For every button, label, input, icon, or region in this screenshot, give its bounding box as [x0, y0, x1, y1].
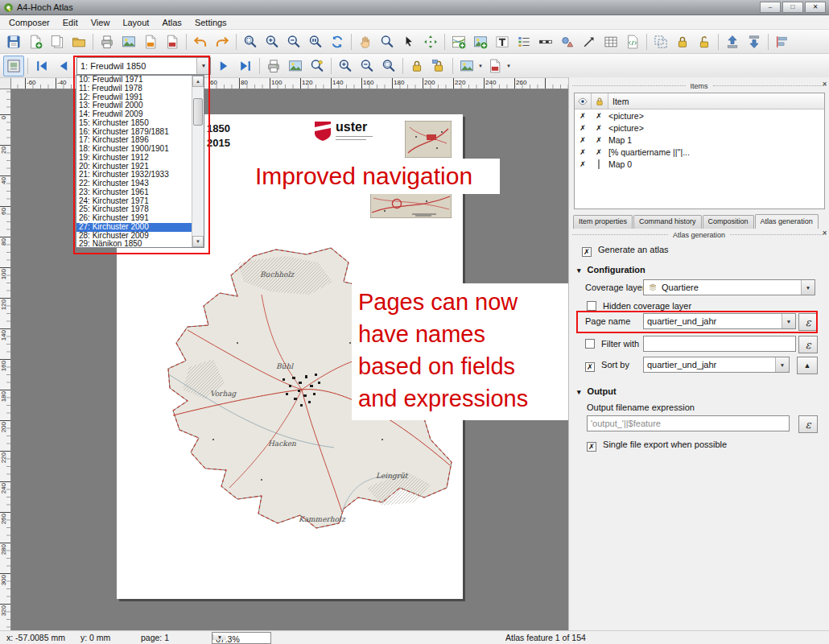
atlas-feature-option[interactable]: 13: Freudwil 2000 — [76, 101, 192, 110]
close-button[interactable]: ✕ — [805, 2, 826, 13]
visibility-checkbox[interactable]: ✗ — [575, 136, 591, 144]
single-file-checkbox[interactable]: ✗ — [587, 442, 596, 452]
add-map-button[interactable] — [448, 31, 469, 52]
empty-checkbox[interactable] — [598, 159, 600, 169]
add-attribute-table-button[interactable] — [600, 31, 621, 52]
atlas-feature-option[interactable]: 29: Nänikon 1850 — [76, 240, 192, 247]
atlas-feature-dropdown[interactable]: 10: Freudwil 1971 11: Freudwil 1978 12: … — [76, 75, 204, 248]
generate-atlas-checkbox[interactable]: ✗ — [582, 247, 592, 257]
generate-atlas-row[interactable]: ✗ Generate an atlas — [582, 245, 669, 257]
collapse-icon[interactable]: ▾ — [577, 388, 581, 396]
tab-item-properties[interactable]: Item properties — [573, 215, 633, 229]
toggle-visibility-button[interactable] — [575, 93, 592, 109]
filter-with-checkbox[interactable] — [585, 339, 595, 349]
zoom-actual-button[interactable] — [305, 31, 326, 52]
undo-button[interactable] — [190, 31, 211, 52]
chevron-down-icon[interactable]: ▼ — [775, 357, 789, 372]
zoom-full-button[interactable] — [240, 31, 261, 52]
menu-settings[interactable]: Settings — [188, 16, 233, 29]
toggle-lock-button[interactable] — [592, 93, 608, 109]
zoom-in-button[interactable] — [262, 31, 283, 52]
visibility-checkbox[interactable]: ✗ — [575, 148, 591, 156]
menu-composer[interactable]: Composer — [2, 16, 56, 29]
add-legend-button[interactable] — [513, 31, 534, 52]
collapse-icon[interactable]: ▾ — [577, 266, 581, 275]
chevron-down-icon[interactable]: ▼ — [478, 64, 483, 68]
atlas-feature-option[interactable]: 25: Kirchuster 1978 — [76, 205, 192, 214]
scroll-up-icon[interactable]: ▲ — [192, 76, 204, 87]
save-project-button[interactable] — [3, 31, 24, 52]
page-name-expression-button[interactable]: ε — [798, 313, 818, 331]
atlas-feature-option-selected[interactable]: 27: Kirchuster 2000 — [76, 223, 192, 232]
output-group-header[interactable]: ▾ Output — [577, 386, 617, 396]
atlas-feature-option[interactable]: 23: Kirchuster 1961 — [76, 188, 192, 197]
filter-expression-input[interactable] — [643, 336, 796, 352]
sort-by-combo[interactable]: quartier_und_jahr ▼ — [643, 357, 790, 373]
add-image-button[interactable] — [470, 31, 491, 52]
zoom-tool-button[interactable] — [377, 31, 398, 52]
export-pdf-button[interactable] — [162, 31, 183, 52]
lock-checkbox[interactable]: ✗ — [591, 112, 607, 120]
single-file-row[interactable]: ✗ Single file export when possible — [587, 440, 727, 452]
select-move-item-button[interactable] — [398, 31, 419, 52]
visibility-checkbox[interactable]: ✗ — [575, 160, 591, 168]
zoom-to-feature-button[interactable] — [307, 56, 328, 76]
tab-command-history[interactable]: Command history — [633, 215, 702, 229]
atlas-feature-option[interactable]: 20: Kirchuster 1921 — [76, 163, 192, 171]
atlas-feature-option[interactable]: 10: Freudwil 1971 — [76, 76, 192, 85]
zoom-in-button[interactable] — [335, 56, 356, 76]
atlas-feature-option[interactable]: 26: Kirchuster 1991 — [76, 214, 192, 223]
preview-atlas-button[interactable] — [3, 56, 24, 76]
group-items-button[interactable] — [650, 31, 671, 52]
export-image-button[interactable] — [118, 31, 139, 52]
lock-layers-button[interactable] — [406, 56, 427, 76]
menu-view[interactable]: View — [85, 16, 117, 29]
coverage-layer-combo[interactable]: Quartiere ▼ — [643, 279, 815, 295]
atlas-feature-option[interactable]: 19: Kirchuster 1912 — [76, 154, 192, 163]
hidden-coverage-row[interactable]: Hidden coverage layer — [587, 301, 691, 311]
zoom-out-button[interactable] — [357, 56, 377, 76]
align-items-button[interactable] — [772, 31, 793, 52]
minimize-button[interactable]: – — [760, 2, 781, 13]
menu-atlas[interactable]: Atlas — [155, 16, 188, 29]
tab-atlas-generation[interactable]: Atlas generation — [755, 214, 819, 229]
configuration-group-header[interactable]: ▾ Configuration — [577, 265, 645, 275]
tab-composition[interactable]: Composition — [703, 215, 754, 229]
dropdown-scrollbar[interactable]: ▲ ▼ — [192, 76, 204, 247]
scrollbar-thumb[interactable] — [193, 98, 203, 126]
export-atlas-button[interactable] — [285, 56, 306, 76]
item-row[interactable]: ✗ ✗ <picture> — [575, 122, 824, 134]
zoom-level-combo[interactable]: 67.3% ▼ — [212, 632, 271, 644]
atlas-feature-option[interactable]: 24: Kirchuster 1971 — [76, 197, 192, 206]
page-name-combo[interactable]: quartier_und_jahr ▼ — [643, 313, 796, 329]
sort-by-row[interactable]: ✗ Sort by — [585, 360, 629, 372]
sort-by-checkbox[interactable]: ✗ — [585, 362, 595, 372]
filter-with-row[interactable]: Filter with — [585, 339, 639, 349]
menu-edit[interactable]: Edit — [56, 16, 85, 29]
print-button[interactable] — [97, 31, 118, 52]
output-filename-input[interactable]: 'output_'||$feature — [587, 415, 790, 431]
add-scalebar-button[interactable] — [535, 31, 556, 52]
scroll-down-icon[interactable]: ▼ — [192, 236, 204, 247]
atlas-feature-option[interactable]: 12: Freudwil 1991 — [76, 93, 192, 102]
last-feature-button[interactable] — [235, 56, 256, 76]
atlas-panel-titlebar[interactable]: Atlas generation — [572, 229, 826, 240]
atlas-feature-option[interactable]: 28: Kirchuster 2009 — [76, 232, 192, 241]
export-atlas-image-menu-button[interactable] — [456, 56, 477, 76]
visibility-checkbox[interactable]: ✗ — [575, 112, 591, 120]
lock-checkbox[interactable] — [591, 160, 607, 168]
atlas-feature-option[interactable]: 14: Freudwil 2009 — [76, 110, 192, 119]
atlas-feature-option[interactable]: 21: Kirchuster 1932/1933 — [76, 171, 192, 180]
add-arrow-button[interactable] — [579, 31, 600, 52]
menu-layout[interactable]: Layout — [116, 16, 155, 29]
atlas-feature-combo[interactable]: 1: Freudwil 1850 ▼ — [76, 57, 211, 75]
close-icon[interactable]: ✕ — [822, 229, 827, 237]
refresh-view-button[interactable] — [327, 31, 348, 52]
move-item-content-button[interactable] — [420, 31, 441, 52]
export-atlas-pdf-menu-button[interactable] — [485, 56, 505, 76]
item-row[interactable]: ✗ ✗ Map 1 — [575, 134, 824, 146]
output-filename-expression-button[interactable]: ε — [798, 415, 818, 433]
lock-items-button[interactable] — [672, 31, 693, 52]
lock-layer-styles-button[interactable] — [428, 56, 449, 76]
duplicate-composition-button[interactable] — [47, 31, 68, 52]
